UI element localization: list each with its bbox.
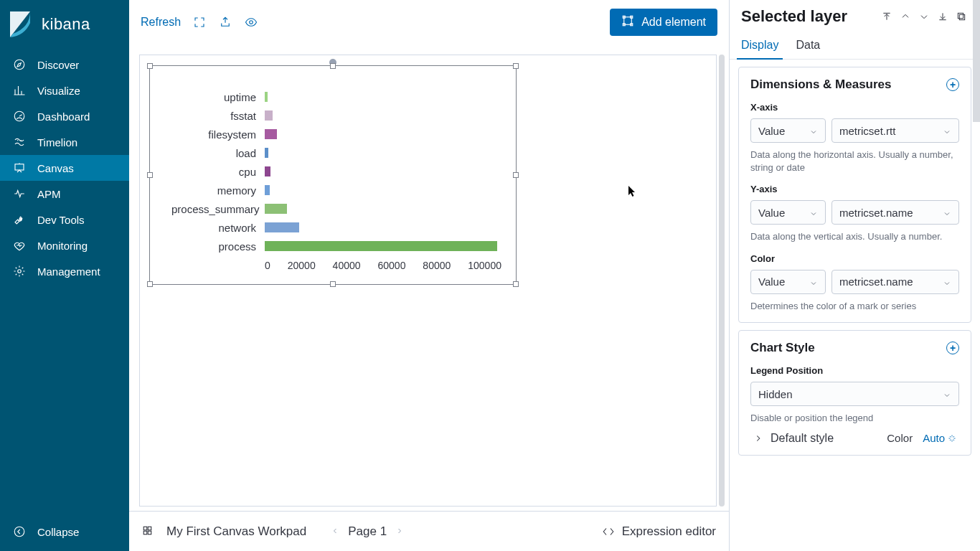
- tab-display[interactable]: Display: [741, 33, 778, 59]
- svg-point-6: [14, 527, 24, 537]
- dimensions-title: Dimensions & Measures: [750, 77, 892, 92]
- nav-item-dev-tools[interactable]: Dev Tools: [0, 207, 129, 232]
- canvas-workpad[interactable]: uptimefsstatfilesystemloadcpumemoryproce…: [139, 55, 717, 507]
- color-field-value: metricset.name: [839, 276, 913, 288]
- chart-bar: [265, 241, 497, 251]
- color-dim-label: Color: [750, 253, 959, 264]
- color-mode-select[interactable]: Value: [750, 270, 826, 294]
- layer-up-icon[interactable]: [898, 9, 913, 24]
- legend-position-select[interactable]: Hidden: [750, 382, 959, 406]
- svg-point-2: [17, 140, 19, 141]
- chart-axis-tick: 80000: [423, 260, 451, 271]
- nav-item-dashboard[interactable]: Dashboard: [0, 103, 129, 129]
- resize-handle-n[interactable]: [330, 63, 336, 69]
- resize-handle-ne[interactable]: [513, 63, 519, 69]
- default-style-row[interactable]: Default style: [771, 432, 834, 445]
- add-style-button[interactable]: +: [946, 342, 959, 354]
- duplicate-icon[interactable]: [954, 9, 969, 24]
- y-axis-field-select[interactable]: metricset.name: [831, 200, 959, 225]
- layer-down-icon[interactable]: [917, 9, 931, 24]
- add-element-button[interactable]: Add element: [610, 9, 717, 36]
- chevron-down-icon: [943, 208, 951, 217]
- fullscreen-icon[interactable]: [192, 15, 207, 29]
- svg-point-0: [14, 60, 24, 70]
- chart-row: network: [171, 218, 516, 237]
- layer-to-bottom-icon[interactable]: [936, 9, 950, 24]
- chevron-right-icon[interactable]: [753, 433, 763, 443]
- svg-rect-4: [15, 164, 24, 170]
- x-axis-field-select[interactable]: metricset.rtt: [831, 118, 959, 143]
- right-panel: Selected layer Display Data Dimensions &…: [729, 0, 980, 551]
- timelion-icon: [13, 136, 26, 149]
- y-axis-mode-select[interactable]: Value: [750, 200, 826, 225]
- nav-item-monitoring[interactable]: Monitoring: [0, 232, 129, 258]
- style-color-label: Color: [887, 432, 913, 444]
- chart-axis-tick: 60000: [377, 260, 405, 271]
- chart-axis-tick: 20000: [288, 260, 316, 271]
- chart-bar: [265, 92, 268, 102]
- nav-item-management[interactable]: Management: [0, 258, 129, 284]
- chevron-down-icon: [809, 208, 818, 217]
- y-axis-field-value: metricset.name: [839, 207, 913, 219]
- add-dimension-button[interactable]: +: [946, 78, 959, 91]
- nav-item-label: Management: [37, 265, 100, 278]
- expression-editor-button[interactable]: Expression editor: [602, 524, 716, 539]
- grid-icon[interactable]: [142, 525, 155, 538]
- chart-bar-track: [265, 241, 501, 251]
- color-field-select[interactable]: metricset.name: [831, 270, 959, 294]
- chart-row: cpu: [171, 162, 516, 181]
- brand-name: kibana: [42, 15, 90, 34]
- x-axis-mode-select[interactable]: Value: [750, 118, 826, 143]
- style-color-auto[interactable]: Auto: [923, 432, 956, 444]
- next-page-button[interactable]: [395, 526, 404, 537]
- chart-axis-tick: 40000: [333, 260, 361, 271]
- chart-row: load: [171, 143, 516, 162]
- vertical-scrollbar[interactable]: [719, 55, 725, 507]
- nav-item-timelion[interactable]: Timelion: [0, 129, 129, 155]
- nav-item-canvas[interactable]: Canvas: [0, 155, 129, 181]
- tab-data[interactable]: Data: [796, 33, 820, 59]
- resize-handle-w[interactable]: [147, 172, 153, 178]
- eye-icon[interactable]: [244, 15, 258, 29]
- x-axis-field-value: metricset.rtt: [839, 125, 895, 137]
- chart-bar-track: [265, 222, 501, 232]
- vector-square-icon: [621, 14, 634, 30]
- nav-item-label: Canvas: [37, 162, 74, 174]
- chart-row: process_summary: [171, 199, 516, 218]
- nav-item-apm[interactable]: APM: [0, 181, 129, 207]
- chart-category-label: filesystem: [171, 128, 265, 141]
- chart-axis-tick: 0: [265, 260, 270, 271]
- x-axis-mode-value: Value: [758, 125, 785, 137]
- side-nav: kibana DiscoverVisualizeDashboardTimelio…: [0, 0, 129, 551]
- resize-handle-sw[interactable]: [147, 281, 153, 287]
- layer-to-top-icon[interactable]: [880, 9, 894, 24]
- selected-element[interactable]: uptimefsstatfilesystemloadcpumemoryproce…: [149, 65, 517, 285]
- chart-bar: [265, 129, 277, 139]
- chart-bar-track: [265, 92, 501, 102]
- nav-collapse[interactable]: Collapse: [0, 515, 129, 551]
- export-icon[interactable]: [218, 15, 232, 29]
- page-label[interactable]: Page 1: [348, 524, 387, 539]
- nav-item-visualize[interactable]: Visualize: [0, 77, 129, 103]
- prev-page-button[interactable]: [331, 526, 339, 537]
- refresh-link[interactable]: Refresh: [141, 16, 181, 29]
- chart-bar: [265, 110, 273, 121]
- chevron-down-icon: [809, 278, 818, 286]
- nav-item-discover[interactable]: Discover: [0, 52, 129, 77]
- nav-item-label: Timelion: [37, 136, 77, 149]
- canvas-icon: [13, 161, 26, 174]
- workpad-title[interactable]: My First Canvas Workpad: [166, 524, 306, 539]
- chart-category-label: uptime: [171, 91, 265, 103]
- visualize-icon: [13, 84, 26, 97]
- chart-bar: [265, 185, 270, 195]
- chart-style-title: Chart Style: [750, 341, 815, 355]
- nav-item-label: Dashboard: [37, 110, 90, 123]
- panel-scrollbar[interactable]: [973, 0, 980, 122]
- chart-category-label: cpu: [171, 166, 265, 178]
- chart-row: memory: [171, 181, 516, 199]
- y-axis-label: Y-axis: [750, 184, 959, 194]
- dev-tools-icon: [13, 213, 26, 226]
- expression-editor-label: Expression editor: [622, 524, 716, 539]
- resize-handle-nw[interactable]: [147, 63, 153, 69]
- nav-item-label: APM: [37, 188, 61, 200]
